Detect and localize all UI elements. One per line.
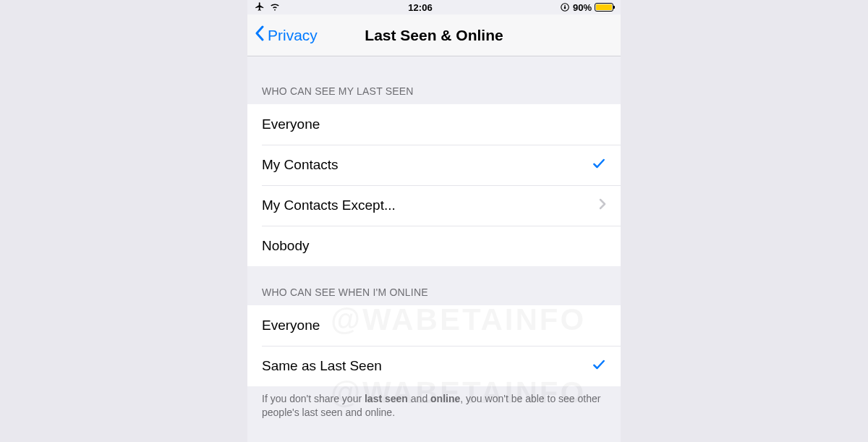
last-seen-list: Everyone My Contacts My Contacts Except.… — [247, 104, 621, 266]
option-same-as-last-seen[interactable]: Same as Last Seen — [247, 346, 621, 386]
section-header-online: WHO CAN SEE WHEN I'M ONLINE — [247, 266, 621, 305]
option-label: My Contacts — [262, 157, 339, 173]
footer-bold: last seen — [365, 393, 408, 404]
status-time: 12:06 — [408, 2, 432, 13]
option-label: My Contacts Except... — [262, 197, 396, 213]
nav-bar: Privacy Last Seen & Online — [247, 14, 621, 56]
device-frame: @WABETAINFO @WABETAINFO @WABETAINFO 12:0… — [247, 0, 621, 442]
check-icon — [592, 156, 606, 174]
battery-percent: 90% — [573, 2, 592, 13]
option-label: Everyone — [262, 116, 320, 132]
section-header-last-seen: WHO CAN SEE MY LAST SEEN — [247, 56, 621, 104]
option-label: Everyone — [262, 318, 320, 333]
option-everyone[interactable]: Everyone — [247, 104, 621, 145]
option-label: Nobody — [262, 238, 310, 254]
option-online-everyone[interactable]: Everyone — [247, 305, 621, 346]
option-my-contacts[interactable]: My Contacts — [247, 145, 621, 185]
wifi-icon — [269, 1, 281, 14]
airplane-mode-icon — [255, 1, 265, 14]
footer-bold: online — [430, 393, 460, 404]
chevron-left-icon — [255, 25, 265, 45]
footer-note: If you don't share your last seen and on… — [247, 386, 621, 428]
chevron-right-icon — [599, 197, 606, 213]
back-label: Privacy — [268, 27, 318, 44]
footer-text: and — [408, 393, 430, 404]
svg-rect-1 — [564, 7, 566, 9]
footer-text: If you don't share your — [262, 393, 365, 404]
status-bar: 12:06 90% — [247, 0, 621, 14]
option-my-contacts-except[interactable]: My Contacts Except... — [247, 185, 621, 226]
orientation-lock-icon — [560, 2, 570, 12]
option-nobody[interactable]: Nobody — [247, 226, 621, 266]
option-label: Same as Last Seen — [262, 358, 382, 374]
battery-icon — [595, 3, 613, 12]
check-icon — [592, 357, 606, 375]
online-list: Everyone Same as Last Seen — [247, 305, 621, 386]
back-button[interactable]: Privacy — [247, 25, 318, 45]
page-title: Last Seen & Online — [365, 27, 503, 44]
